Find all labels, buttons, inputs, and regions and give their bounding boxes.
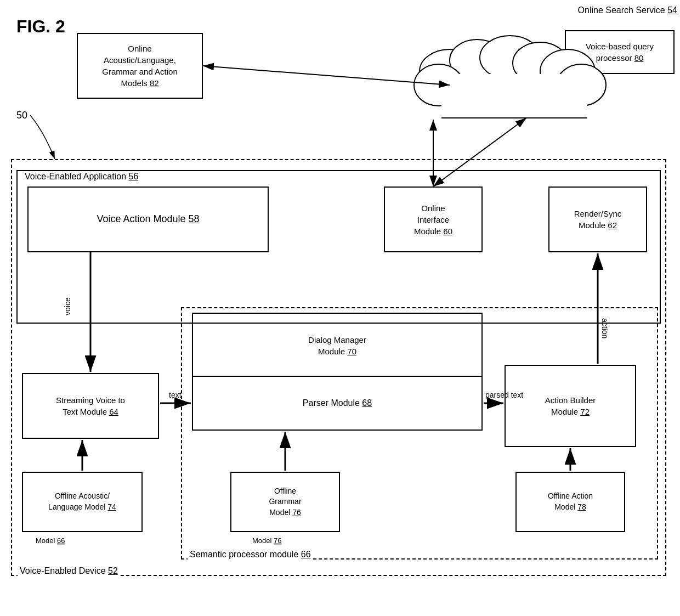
svg-point-3 bbox=[420, 49, 480, 93]
offline-grammar-label: OfflineGrammarModel 76 bbox=[269, 487, 301, 517]
streaming-voice-box: Streaming Voice toText Module 64 bbox=[22, 373, 159, 439]
action-builder-ref: 72 bbox=[580, 407, 590, 416]
offline-acoustic-box: Offline Acoustic/Language Model 74 bbox=[22, 472, 143, 532]
figure-label: FIG. 2 bbox=[16, 16, 65, 37]
offline-grammar-ref: 76 bbox=[292, 508, 301, 517]
parser-ref: 68 bbox=[362, 398, 372, 408]
offline-acoustic-ref: 74 bbox=[107, 502, 116, 511]
offline-action-box: Offline ActionModel 78 bbox=[515, 472, 625, 532]
offline-acoustic-label: Offline Acoustic/Language Model 74 bbox=[48, 491, 116, 511]
online-search-label: Online Search Service bbox=[578, 5, 665, 15]
action-builder-box: Action BuilderModule 72 bbox=[505, 365, 636, 447]
voice-query-processor-box: Voice-based queryprocessor 80 bbox=[565, 30, 675, 74]
online-acoustic-ref: 82 bbox=[150, 78, 159, 88]
streaming-ref: 64 bbox=[109, 407, 118, 416]
diagram: FIG. 2 50 OnlineAcoustic/Language,Gramma… bbox=[0, 0, 680, 616]
streaming-label: Streaming Voice toText Module 64 bbox=[56, 395, 125, 416]
semantic-label: Semantic processor module 66 bbox=[188, 550, 313, 560]
online-acoustic-box: OnlineAcoustic/Language,Grammar and Acti… bbox=[77, 33, 203, 99]
offline-grammar-box: OfflineGrammarModel 76 bbox=[230, 472, 340, 532]
dialog-manager-box: Dialog ManagerModule 70 bbox=[192, 313, 483, 378]
cloud-label: Online Search Service 54 bbox=[578, 5, 677, 15]
online-search-ref: 54 bbox=[667, 5, 677, 15]
voice-query-ref: 80 bbox=[634, 53, 644, 63]
device-label: Voice-Enabled Device 52 bbox=[18, 566, 120, 576]
dialog-manager-label: Dialog ManagerModule 70 bbox=[308, 335, 366, 356]
parser-box: Parser Module 68 bbox=[192, 376, 483, 431]
svg-point-9 bbox=[414, 64, 463, 106]
action-builder-label: Action BuilderModule 72 bbox=[545, 395, 596, 416]
parser-label: Parser Module 68 bbox=[303, 398, 372, 408]
svg-line-12 bbox=[203, 66, 450, 85]
svg-point-4 bbox=[450, 39, 505, 81]
ref-50: 50 bbox=[16, 110, 27, 121]
online-acoustic-label: OnlineAcoustic/Language,Grammar and Acti… bbox=[102, 44, 178, 88]
svg-point-6 bbox=[513, 42, 568, 84]
svg-point-5 bbox=[480, 36, 540, 80]
voice-query-label: Voice-based queryprocessor 80 bbox=[586, 42, 654, 63]
offline-action-label: Offline ActionModel 78 bbox=[548, 491, 593, 511]
dialog-manager-ref: 70 bbox=[347, 347, 356, 356]
offline-action-ref: 78 bbox=[577, 502, 586, 511]
svg-rect-10 bbox=[441, 74, 587, 118]
